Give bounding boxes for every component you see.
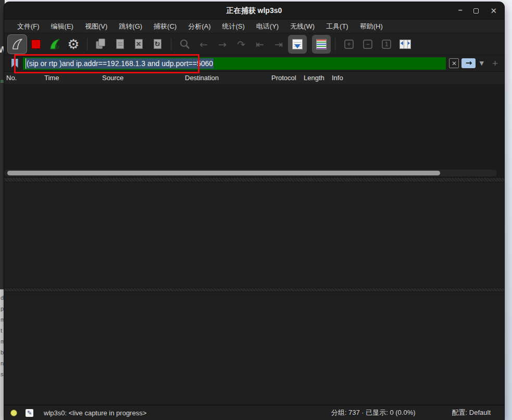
resize-columns-button[interactable]: [396, 35, 415, 54]
save-file-icon: [116, 39, 124, 49]
packet-details-pane[interactable]: [4, 182, 504, 288]
menu-edit[interactable]: 编辑(E): [45, 20, 79, 33]
first-packet-button[interactable]: ⇤: [251, 35, 269, 54]
expert-info-indicator[interactable]: [10, 410, 17, 416]
menu-telephony[interactable]: 电话(Y): [251, 20, 284, 33]
menu-view[interactable]: 视图(V): [79, 20, 113, 33]
find-packet-button[interactable]: [176, 35, 194, 54]
capture-comment-icon[interactable]: ✎: [26, 409, 33, 417]
close-button[interactable]: ✕: [490, 7, 497, 15]
menu-statistics[interactable]: 统计(S): [216, 20, 250, 33]
svg-text:↻: ↻: [55, 43, 60, 49]
filter-apply-button[interactable]: →: [461, 58, 476, 68]
menu-go[interactable]: 跳转(G): [113, 20, 148, 33]
colorize-packets-button[interactable]: [312, 35, 331, 54]
shark-fin-icon: [10, 37, 24, 51]
zoom-out-button[interactable]: −: [358, 35, 377, 54]
go-back-button[interactable]: ←: [194, 35, 213, 54]
auto-scroll-icon: [292, 39, 303, 49]
capture-status-text: wlp3s0: <live capture in progress>: [44, 409, 146, 417]
restart-capture-button[interactable]: ↻: [45, 35, 64, 54]
menubar: 文件(F) 编辑(E) 视图(V) 跳转(G) 捕获(C) 分析(A) 统计(S…: [4, 20, 504, 33]
last-packet-icon: ⇥: [274, 39, 283, 50]
first-packet-icon: ⇤: [256, 39, 264, 50]
go-to-packet-button[interactable]: ↷: [232, 35, 251, 54]
horizontal-scrollbar-thumb[interactable]: [7, 171, 440, 175]
display-filter-input[interactable]: (sip or rtp )and ip.addr==192.168.1.3 an…: [23, 57, 446, 70]
zoom-original-icon: 1: [382, 40, 391, 49]
statusbar: ✎ wlp3s0: <live capture in progress> 分组:…: [4, 405, 504, 420]
menu-help[interactable]: 帮助(H): [354, 20, 389, 33]
main-toolbar: ↻ ⚙ ✕ ↻: [4, 33, 504, 55]
zoom-original-button[interactable]: 1: [377, 35, 396, 54]
toolbar-separator: [335, 38, 335, 50]
gear-icon: ⚙: [67, 37, 79, 51]
menu-analyze[interactable]: 分析(A): [182, 20, 216, 33]
toolbar-separator: [171, 38, 171, 50]
capture-options-button[interactable]: ⚙: [64, 35, 83, 54]
zoom-out-icon: −: [363, 40, 372, 49]
save-capture-file-button[interactable]: [110, 35, 129, 54]
stop-icon: [31, 40, 41, 49]
menu-capture[interactable]: 捕获(C): [148, 20, 182, 33]
filter-text-selected: (sip or rtp )and ip.addr==192.168.1.3 an…: [26, 58, 214, 69]
colorize-icon: [316, 39, 327, 49]
wireshark-window: 正在捕获 wlp3s0 – ✕ 文件(F) 编辑(E) 视图(V) 跳转(G) …: [4, 2, 504, 420]
restart-fin-icon: ↻: [48, 37, 61, 51]
stop-capture-button[interactable]: [27, 35, 45, 54]
menu-file[interactable]: 文件(F): [11, 20, 45, 33]
packet-bytes-pane[interactable]: [4, 292, 504, 405]
window-controls: – ✕: [458, 2, 497, 19]
filter-clear-button[interactable]: ✕: [449, 58, 459, 68]
back-arrow-icon: ←: [199, 39, 208, 50]
filter-bookmark-button[interactable]: [8, 57, 21, 70]
auto-scroll-button[interactable]: [288, 35, 307, 54]
column-time[interactable]: Time: [44, 74, 59, 82]
open-file-icon: [95, 39, 107, 50]
reload-file-button[interactable]: ↻: [148, 35, 167, 54]
search-icon: [179, 39, 191, 50]
menu-wireless[interactable]: 无线(W): [284, 20, 320, 33]
close-file-icon: ✕: [135, 39, 143, 49]
zoom-in-icon: +: [344, 40, 354, 49]
filter-add-button[interactable]: +: [492, 58, 498, 69]
packet-counts-text: 分组: 737 · 已显示: 0 (0.0%): [325, 408, 422, 417]
column-no[interactable]: No.: [6, 74, 17, 82]
window-title: 正在捕获 wlp3s0: [227, 6, 282, 16]
packet-list-header: No. Time Source Destination Protocol Len…: [4, 72, 504, 85]
goto-packet-icon: ↷: [237, 39, 245, 50]
column-info[interactable]: Info: [332, 74, 343, 82]
column-protocol[interactable]: Protocol: [271, 74, 296, 82]
column-destination[interactable]: Destination: [185, 74, 219, 82]
toolbar-separator: [87, 38, 88, 50]
close-capture-file-button[interactable]: ✕: [129, 35, 148, 54]
column-length[interactable]: Length: [304, 74, 324, 82]
last-packet-button[interactable]: ⇥: [269, 35, 288, 54]
packet-list-pane[interactable]: [4, 85, 504, 177]
filter-dropdown-caret[interactable]: ▼: [479, 60, 483, 67]
horizontal-scrollbar-track[interactable]: [4, 170, 497, 176]
forward-arrow-icon: →: [218, 39, 227, 50]
profile-text[interactable]: 配置: Default: [452, 408, 491, 417]
column-source[interactable]: Source: [102, 74, 123, 82]
pane-splitter[interactable]: [4, 177, 504, 182]
bookmark-icon: [11, 59, 18, 68]
go-forward-button[interactable]: →: [213, 35, 232, 54]
start-capture-button[interactable]: [8, 35, 27, 54]
maximize-button[interactable]: [473, 8, 479, 14]
pane-splitter[interactable]: [4, 288, 504, 292]
reload-file-icon: ↻: [154, 39, 161, 49]
open-capture-file-button[interactable]: [92, 35, 110, 54]
resize-columns-icon: [399, 40, 411, 49]
menu-tools[interactable]: 工具(T): [320, 20, 354, 33]
minimize-button[interactable]: –: [458, 6, 463, 14]
titlebar[interactable]: 正在捕获 wlp3s0 – ✕: [4, 2, 504, 20]
display-filter-bar: (sip or rtp )and ip.addr==192.168.1.3 an…: [4, 55, 504, 72]
zoom-in-button[interactable]: +: [340, 35, 358, 54]
